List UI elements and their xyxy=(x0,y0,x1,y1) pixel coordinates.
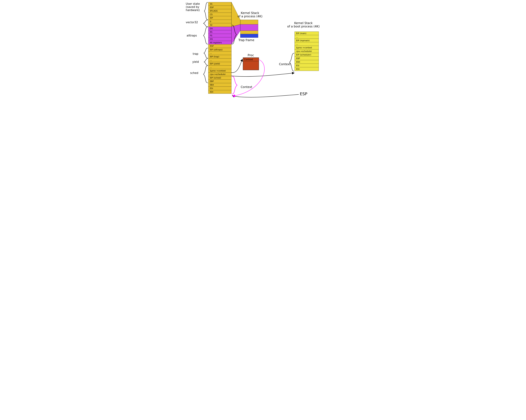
label-context-right: Context xyxy=(279,63,291,66)
label-esp: ESP xyxy=(300,92,307,96)
label-kernel-stack-boot: Kernel Stack of a boot process (4K) xyxy=(287,21,320,28)
main-stack-row: SS xyxy=(208,2,232,6)
brace-context-right xyxy=(289,53,294,71)
main-stack-row: EIP (alltraps) xyxy=(208,48,232,51)
boot-stack-row: EIP (mpmain) xyxy=(294,39,319,42)
brace-trap-frame xyxy=(232,25,238,44)
label-proc-title: Proc xyxy=(248,54,254,57)
diagram-canvas: SSESPEFLAGSCSEIP032DSESFSGSAll registers… xyxy=(185,0,341,109)
main-stack-row: ... xyxy=(208,51,232,55)
main-stack-row: ESP xyxy=(208,44,232,48)
boot-stack-row: ... xyxy=(294,42,319,46)
brace-sched xyxy=(201,65,208,83)
main-stack-row: 0 xyxy=(208,20,232,23)
main-stack-row: &proc->context xyxy=(208,69,232,73)
label-kernel-stack-process: Kernel Stack of a process (4K) xyxy=(238,11,262,18)
boot-stack-row: EIP (main) xyxy=(294,31,319,35)
main-stack-row: cpu->scheduler xyxy=(208,73,232,76)
kstack-proc-band xyxy=(240,34,258,38)
boot-stack-row: EIP (scheduler) xyxy=(294,53,319,57)
main-stack-row: ... xyxy=(208,59,232,62)
main-stack-row: ESI xyxy=(208,87,232,90)
label-context-left: Context xyxy=(241,85,252,89)
boot-stack-row: ESI xyxy=(294,64,319,67)
main-stack-row: DS xyxy=(208,27,232,30)
main-stack-row: EBP xyxy=(208,79,232,83)
label-vector32: vector32 xyxy=(186,21,198,24)
brace-trap xyxy=(201,48,208,58)
boot-stack-row: EBP xyxy=(294,57,319,60)
main-stack-row: EIP (trap) xyxy=(208,55,232,59)
label-user-state: User state (saved by hardware) xyxy=(186,2,200,12)
boot-stack-row: EDI xyxy=(294,67,319,71)
main-stack-row: EIP xyxy=(208,16,232,20)
main-stack-row: All registers xyxy=(208,41,232,44)
main-stack-row: EBX xyxy=(208,83,232,87)
main-stack-row: EFLAGS xyxy=(208,9,232,13)
main-stack-row: EDI xyxy=(208,90,232,94)
label-yield: yield xyxy=(192,60,199,63)
boot-stack-row: EBX xyxy=(294,60,319,64)
brace-alltraps xyxy=(201,27,208,44)
main-stack-row: CS xyxy=(208,13,232,16)
brace-yield xyxy=(201,58,208,66)
label-sched: sched xyxy=(190,71,198,75)
main-stack-row: 32 xyxy=(208,23,232,27)
boot-stack-row: ... xyxy=(294,35,319,39)
boot-kernel-stack: EIP (main)...EIP (mpmain)...&proc->conte… xyxy=(294,31,319,71)
kstack-proc-band xyxy=(240,24,258,31)
main-stack-row: ES xyxy=(208,30,232,34)
kstack-proc-band xyxy=(240,31,258,34)
brace-user-state xyxy=(202,2,208,20)
proc-box: Context xyxy=(243,58,259,70)
kernel-stack-process xyxy=(240,20,258,38)
main-stack-row: EIP (sched) xyxy=(208,76,232,80)
boot-stack-row: &proc->context xyxy=(294,46,319,49)
main-stack-row: ESP xyxy=(208,6,232,9)
main-stack: SSESPEFLAGSCSEIP032DSESFSGSAll registers… xyxy=(208,2,232,94)
kstack-proc-band xyxy=(240,20,258,24)
brace-vector32 xyxy=(200,20,208,27)
proc-context-field: Context xyxy=(243,58,259,61)
label-trap-frame: Trap frame xyxy=(238,39,254,42)
label-alltraps: alltraps xyxy=(187,34,197,37)
brace-context-left xyxy=(232,76,239,94)
main-stack-row: GS xyxy=(208,37,232,41)
boot-stack-row: cpu->scheduler xyxy=(294,49,319,53)
main-stack-row: FS xyxy=(208,34,232,38)
label-trap: trap xyxy=(193,52,198,56)
main-stack-row: EIP (yield) xyxy=(208,62,232,66)
main-stack-row: ... xyxy=(208,66,232,69)
